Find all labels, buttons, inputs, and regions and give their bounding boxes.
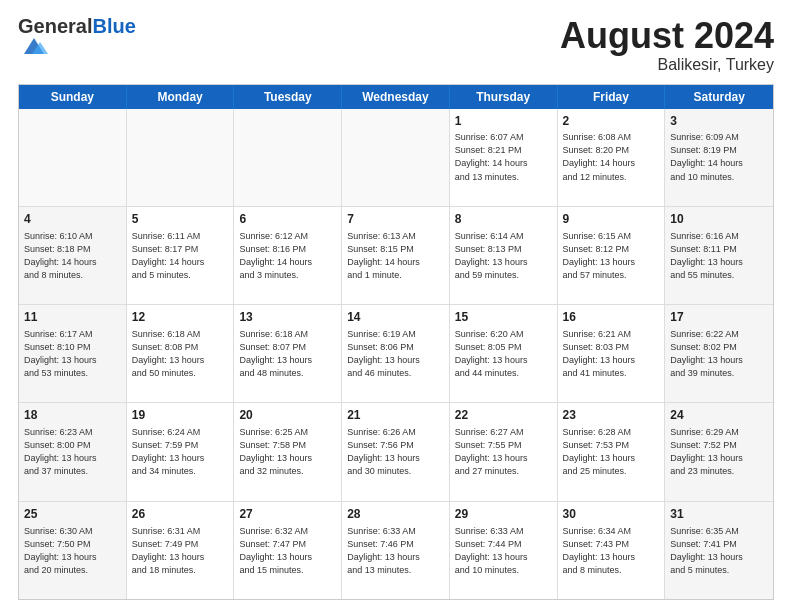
logo-blue: Blue xyxy=(92,15,135,37)
cell-text: Sunrise: 6:34 AM Sunset: 7:43 PM Dayligh… xyxy=(563,525,660,577)
calendar: SundayMondayTuesdayWednesdayThursdayFrid… xyxy=(18,84,774,600)
header: GeneralBlue August 2024 Balikesir, Turke… xyxy=(18,16,774,74)
day-number: 14 xyxy=(347,309,444,326)
cal-cell: 29Sunrise: 6:33 AM Sunset: 7:44 PM Dayli… xyxy=(450,502,558,599)
cell-text: Sunrise: 6:31 AM Sunset: 7:49 PM Dayligh… xyxy=(132,525,229,577)
day-number: 26 xyxy=(132,506,229,523)
day-number: 27 xyxy=(239,506,336,523)
cell-text: Sunrise: 6:22 AM Sunset: 8:02 PM Dayligh… xyxy=(670,328,768,380)
cell-text: Sunrise: 6:21 AM Sunset: 8:03 PM Dayligh… xyxy=(563,328,660,380)
day-number: 19 xyxy=(132,407,229,424)
cal-cell: 9Sunrise: 6:15 AM Sunset: 8:12 PM Daylig… xyxy=(558,207,666,304)
day-number: 11 xyxy=(24,309,121,326)
cal-header-monday: Monday xyxy=(127,85,235,109)
cell-text: Sunrise: 6:26 AM Sunset: 7:56 PM Dayligh… xyxy=(347,426,444,478)
day-number: 30 xyxy=(563,506,660,523)
cal-cell: 12Sunrise: 6:18 AM Sunset: 8:08 PM Dayli… xyxy=(127,305,235,402)
cal-cell xyxy=(342,109,450,206)
cal-row-1: 1Sunrise: 6:07 AM Sunset: 8:21 PM Daylig… xyxy=(19,109,773,206)
day-number: 20 xyxy=(239,407,336,424)
cell-text: Sunrise: 6:35 AM Sunset: 7:41 PM Dayligh… xyxy=(670,525,768,577)
logo: GeneralBlue xyxy=(18,16,136,60)
cell-text: Sunrise: 6:33 AM Sunset: 7:46 PM Dayligh… xyxy=(347,525,444,577)
day-number: 12 xyxy=(132,309,229,326)
cal-cell: 15Sunrise: 6:20 AM Sunset: 8:05 PM Dayli… xyxy=(450,305,558,402)
cal-cell: 4Sunrise: 6:10 AM Sunset: 8:18 PM Daylig… xyxy=(19,207,127,304)
day-number: 2 xyxy=(563,113,660,130)
cal-cell: 21Sunrise: 6:26 AM Sunset: 7:56 PM Dayli… xyxy=(342,403,450,500)
cell-text: Sunrise: 6:11 AM Sunset: 8:17 PM Dayligh… xyxy=(132,230,229,282)
day-number: 15 xyxy=(455,309,552,326)
cal-header-tuesday: Tuesday xyxy=(234,85,342,109)
cell-text: Sunrise: 6:16 AM Sunset: 8:11 PM Dayligh… xyxy=(670,230,768,282)
cal-cell: 8Sunrise: 6:14 AM Sunset: 8:13 PM Daylig… xyxy=(450,207,558,304)
logo-icon xyxy=(20,36,48,56)
cal-cell: 28Sunrise: 6:33 AM Sunset: 7:46 PM Dayli… xyxy=(342,502,450,599)
day-number: 21 xyxy=(347,407,444,424)
cal-row-5: 25Sunrise: 6:30 AM Sunset: 7:50 PM Dayli… xyxy=(19,501,773,599)
cal-cell: 6Sunrise: 6:12 AM Sunset: 8:16 PM Daylig… xyxy=(234,207,342,304)
cell-text: Sunrise: 6:08 AM Sunset: 8:20 PM Dayligh… xyxy=(563,131,660,183)
cal-cell xyxy=(127,109,235,206)
cal-row-4: 18Sunrise: 6:23 AM Sunset: 8:00 PM Dayli… xyxy=(19,402,773,500)
cal-cell: 11Sunrise: 6:17 AM Sunset: 8:10 PM Dayli… xyxy=(19,305,127,402)
cell-text: Sunrise: 6:13 AM Sunset: 8:15 PM Dayligh… xyxy=(347,230,444,282)
cal-cell: 24Sunrise: 6:29 AM Sunset: 7:52 PM Dayli… xyxy=(665,403,773,500)
calendar-body: 1Sunrise: 6:07 AM Sunset: 8:21 PM Daylig… xyxy=(19,109,773,599)
cal-cell: 26Sunrise: 6:31 AM Sunset: 7:49 PM Dayli… xyxy=(127,502,235,599)
cal-cell: 13Sunrise: 6:18 AM Sunset: 8:07 PM Dayli… xyxy=(234,305,342,402)
day-number: 10 xyxy=(670,211,768,228)
cal-cell: 22Sunrise: 6:27 AM Sunset: 7:55 PM Dayli… xyxy=(450,403,558,500)
cell-text: Sunrise: 6:24 AM Sunset: 7:59 PM Dayligh… xyxy=(132,426,229,478)
day-number: 4 xyxy=(24,211,121,228)
cal-cell: 14Sunrise: 6:19 AM Sunset: 8:06 PM Dayli… xyxy=(342,305,450,402)
day-number: 7 xyxy=(347,211,444,228)
cal-cell: 18Sunrise: 6:23 AM Sunset: 8:00 PM Dayli… xyxy=(19,403,127,500)
cal-cell: 19Sunrise: 6:24 AM Sunset: 7:59 PM Dayli… xyxy=(127,403,235,500)
day-number: 28 xyxy=(347,506,444,523)
day-number: 31 xyxy=(670,506,768,523)
cal-cell: 25Sunrise: 6:30 AM Sunset: 7:50 PM Dayli… xyxy=(19,502,127,599)
cal-row-2: 4Sunrise: 6:10 AM Sunset: 8:18 PM Daylig… xyxy=(19,206,773,304)
cal-cell: 31Sunrise: 6:35 AM Sunset: 7:41 PM Dayli… xyxy=(665,502,773,599)
cal-cell xyxy=(19,109,127,206)
day-number: 23 xyxy=(563,407,660,424)
day-number: 3 xyxy=(670,113,768,130)
cell-text: Sunrise: 6:19 AM Sunset: 8:06 PM Dayligh… xyxy=(347,328,444,380)
cal-cell: 16Sunrise: 6:21 AM Sunset: 8:03 PM Dayli… xyxy=(558,305,666,402)
day-number: 6 xyxy=(239,211,336,228)
cell-text: Sunrise: 6:28 AM Sunset: 7:53 PM Dayligh… xyxy=(563,426,660,478)
day-number: 22 xyxy=(455,407,552,424)
cal-cell xyxy=(234,109,342,206)
cal-cell: 2Sunrise: 6:08 AM Sunset: 8:20 PM Daylig… xyxy=(558,109,666,206)
cal-header-sunday: Sunday xyxy=(19,85,127,109)
cell-text: Sunrise: 6:25 AM Sunset: 7:58 PM Dayligh… xyxy=(239,426,336,478)
calendar-header: SundayMondayTuesdayWednesdayThursdayFrid… xyxy=(19,85,773,109)
day-number: 5 xyxy=(132,211,229,228)
cell-text: Sunrise: 6:29 AM Sunset: 7:52 PM Dayligh… xyxy=(670,426,768,478)
cell-text: Sunrise: 6:17 AM Sunset: 8:10 PM Dayligh… xyxy=(24,328,121,380)
cell-text: Sunrise: 6:20 AM Sunset: 8:05 PM Dayligh… xyxy=(455,328,552,380)
title-block: August 2024 Balikesir, Turkey xyxy=(560,16,774,74)
page-title: August 2024 xyxy=(560,16,774,56)
day-number: 17 xyxy=(670,309,768,326)
cell-text: Sunrise: 6:12 AM Sunset: 8:16 PM Dayligh… xyxy=(239,230,336,282)
cal-header-thursday: Thursday xyxy=(450,85,558,109)
day-number: 9 xyxy=(563,211,660,228)
cal-header-saturday: Saturday xyxy=(665,85,773,109)
cal-cell: 1Sunrise: 6:07 AM Sunset: 8:21 PM Daylig… xyxy=(450,109,558,206)
logo-general: General xyxy=(18,15,92,37)
day-number: 16 xyxy=(563,309,660,326)
cell-text: Sunrise: 6:14 AM Sunset: 8:13 PM Dayligh… xyxy=(455,230,552,282)
cal-header-wednesday: Wednesday xyxy=(342,85,450,109)
cell-text: Sunrise: 6:33 AM Sunset: 7:44 PM Dayligh… xyxy=(455,525,552,577)
cell-text: Sunrise: 6:18 AM Sunset: 8:08 PM Dayligh… xyxy=(132,328,229,380)
cal-cell: 7Sunrise: 6:13 AM Sunset: 8:15 PM Daylig… xyxy=(342,207,450,304)
cell-text: Sunrise: 6:30 AM Sunset: 7:50 PM Dayligh… xyxy=(24,525,121,577)
cal-cell: 10Sunrise: 6:16 AM Sunset: 8:11 PM Dayli… xyxy=(665,207,773,304)
logo-text: GeneralBlue xyxy=(18,16,136,36)
day-number: 1 xyxy=(455,113,552,130)
cell-text: Sunrise: 6:32 AM Sunset: 7:47 PM Dayligh… xyxy=(239,525,336,577)
cell-text: Sunrise: 6:07 AM Sunset: 8:21 PM Dayligh… xyxy=(455,131,552,183)
cell-text: Sunrise: 6:15 AM Sunset: 8:12 PM Dayligh… xyxy=(563,230,660,282)
